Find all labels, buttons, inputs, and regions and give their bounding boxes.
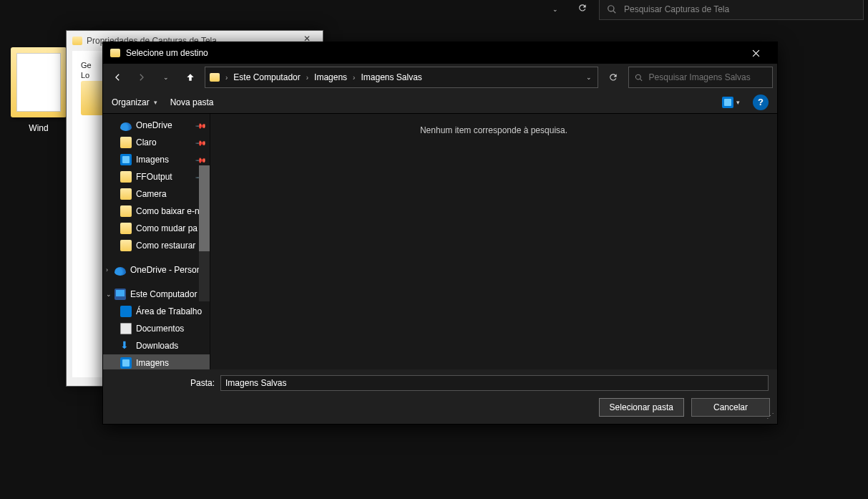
view-options-button[interactable]: ▾ xyxy=(722,97,740,108)
new-folder-button[interactable]: Nova pasta xyxy=(170,97,214,107)
search-icon xyxy=(607,4,617,14)
sidebar-item-label: Este Computador xyxy=(130,289,197,299)
up-button[interactable] xyxy=(180,67,200,87)
file-list-pane[interactable]: Nenhum item corresponde à pesquisa. xyxy=(210,114,777,369)
folder-icon xyxy=(120,137,132,148)
parent-address-dropdown-icon[interactable]: ⌄ xyxy=(545,6,566,13)
sidebar-item-onedrive-personal[interactable]: › OneDrive - Person xyxy=(103,261,210,278)
chevron-down-icon: ▾ xyxy=(736,99,740,106)
folder-icon xyxy=(120,171,132,183)
close-button[interactable] xyxy=(741,42,770,64)
close-icon xyxy=(752,49,760,57)
address-dropdown-button[interactable]: ⌄ xyxy=(580,74,598,81)
help-icon: ? xyxy=(758,97,764,107)
sidebar-item-area-trabalho[interactable]: Área de Trabalho xyxy=(103,303,210,320)
folder-icon xyxy=(120,240,132,251)
sidebar-item-documentos[interactable]: Documentos xyxy=(103,320,210,337)
resize-grip-icon[interactable]: ⋰ xyxy=(766,412,773,421)
organize-button[interactable]: Organizar ▾ xyxy=(112,97,157,107)
computer-icon xyxy=(114,289,126,300)
forward-button[interactable] xyxy=(132,67,152,87)
sidebar-item-camera[interactable]: Camera xyxy=(103,185,210,203)
chevron-right-icon: › xyxy=(224,74,229,82)
pin-icon: 📌 xyxy=(195,120,207,131)
select-folder-button[interactable]: Selecionar pasta xyxy=(599,398,684,417)
sidebar-item-downloads[interactable]: Downloads xyxy=(103,337,210,354)
download-icon xyxy=(120,340,132,352)
sidebar-item-label: OneDrive - Person xyxy=(130,265,201,275)
chevron-right-icon: › xyxy=(351,74,356,82)
sidebar-item-label: Camera xyxy=(136,189,167,199)
sidebar-item-este-computador[interactable]: ⌄ Este Computador xyxy=(103,286,210,303)
sidebar-item-label: Como mudar pa xyxy=(136,223,198,233)
sidebar-item-como-restaurar[interactable]: Como restaurar xyxy=(103,237,210,254)
sidebar-item-label: Imagens xyxy=(136,358,169,368)
desktop-icon xyxy=(120,306,132,317)
address-root-icon[interactable] xyxy=(205,67,224,87)
sidebar-item-ffoutput[interactable]: FFOutput 📌 xyxy=(103,168,210,185)
address-bar[interactable]: › Este Computador › Imagens › Imagens Sa… xyxy=(205,67,598,88)
parent-refresh-button[interactable] xyxy=(572,3,593,15)
folder-icon xyxy=(120,188,132,200)
help-button[interactable]: ? xyxy=(753,95,769,110)
onedrive-icon xyxy=(114,267,126,276)
breadcrumb-imagens[interactable]: Imagens xyxy=(310,67,351,87)
dialog-titlebar[interactable]: Selecione um destino xyxy=(103,42,777,64)
sidebar-item-label: Documentos xyxy=(136,324,184,334)
chevron-down-icon: ⌄ xyxy=(106,291,112,298)
chevron-right-icon: › xyxy=(106,266,108,273)
view-icon xyxy=(722,97,733,108)
folder-icon xyxy=(72,37,82,45)
images-icon xyxy=(120,154,132,165)
sidebar-item-como-baixar[interactable]: Como baixar e-n xyxy=(103,203,210,220)
back-button[interactable] xyxy=(107,67,127,87)
parent-search-box[interactable]: Pesquisar Capturas de Tela xyxy=(599,0,864,20)
onedrive-icon xyxy=(120,122,132,131)
command-row: Organizar ▾ Nova pasta ▾ ? xyxy=(103,91,777,114)
sidebar-item-como-mudar[interactable]: Como mudar pa xyxy=(103,220,210,237)
chevron-down-icon: ▾ xyxy=(154,99,157,106)
sidebar-item-claro[interactable]: Claro 📌 xyxy=(103,134,210,151)
folder-icon xyxy=(110,49,120,57)
breadcrumb-este-computador[interactable]: Este Computador xyxy=(229,67,304,87)
parent-window-toolbar: ⌄ Pesquisar Capturas de Tela xyxy=(0,0,868,18)
desktop-shortcut-label: Wind xyxy=(6,123,72,133)
dialog-title: Selecione um destino xyxy=(126,48,208,58)
sidebar-item-onedrive[interactable]: OneDrive 📌 xyxy=(103,117,210,134)
folder-icon xyxy=(11,47,67,117)
dialog-footer: Pasta: Selecionar pasta Cancelar ⋰ xyxy=(103,369,777,424)
scrollbar-thumb[interactable] xyxy=(199,165,210,251)
document-icon xyxy=(120,323,132,334)
navigation-sidebar: OneDrive 📌 Claro 📌 Imagens 📌 FFOutput 📌 xyxy=(103,114,210,369)
refresh-icon xyxy=(608,72,618,82)
folder-label: Pasta: xyxy=(190,378,215,388)
sidebar-item-imagens[interactable]: Imagens 📌 xyxy=(103,151,210,168)
sidebar-item-imagens-selected[interactable]: Imagens xyxy=(103,354,210,369)
breadcrumb-imagens-salvas[interactable]: Imagens Salvas xyxy=(356,67,426,87)
folder-input-row: Pasta: xyxy=(110,375,770,391)
sidebar-item-label: Imagens xyxy=(136,155,169,165)
arrow-left-icon xyxy=(112,72,122,82)
sidebar-scrollbar[interactable] xyxy=(199,165,210,301)
images-icon xyxy=(120,357,132,369)
chevron-down-icon: ⌄ xyxy=(163,74,169,81)
dialog-body: OneDrive 📌 Claro 📌 Imagens 📌 FFOutput 📌 xyxy=(103,114,777,369)
folder-icon xyxy=(210,73,220,82)
sidebar-item-label: Como restaurar xyxy=(136,241,195,251)
organize-label: Organizar xyxy=(112,97,150,107)
search-input[interactable] xyxy=(649,72,766,82)
search-box[interactable] xyxy=(628,67,773,88)
sidebar-item-label: Claro xyxy=(136,137,157,147)
search-icon xyxy=(635,73,643,82)
chevron-right-icon: › xyxy=(305,74,310,82)
sidebar-item-label: Downloads xyxy=(136,341,178,351)
folder-name-input[interactable] xyxy=(220,375,769,391)
folder-icon xyxy=(120,223,132,234)
folder-picker-dialog: Selecione um destino ⌄ › Este Computador… xyxy=(102,42,778,425)
cancel-button[interactable]: Cancelar xyxy=(691,398,770,417)
sidebar-item-label: OneDrive xyxy=(136,120,172,130)
recent-locations-button[interactable]: ⌄ xyxy=(156,67,176,87)
desktop-shortcut[interactable]: Wind xyxy=(6,47,72,133)
sidebar-item-label: Como baixar e-n xyxy=(136,206,200,216)
refresh-button[interactable] xyxy=(603,67,624,88)
